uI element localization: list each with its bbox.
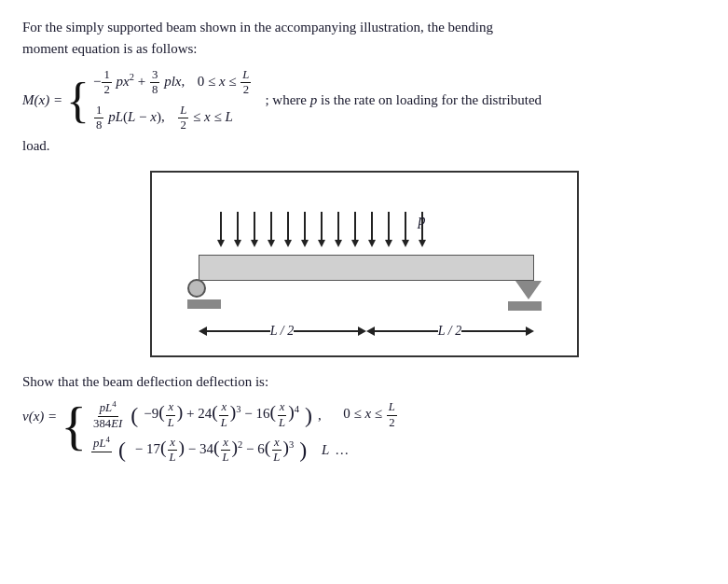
vx-case-2: pL4 ( − 17(xL) − 34(xL)2 − 6(xL)3 ) L …: [90, 435, 398, 466]
arrow-line-h-right2: [461, 330, 525, 332]
dim-label-left: L / 2: [270, 324, 294, 339]
load-arrow-1: [217, 212, 225, 247]
arrow-line-h-left2: [294, 330, 357, 332]
arrow-head-right-right: [526, 327, 534, 336]
case-row-1: −12 px2 + 38 plx, 0 ≤ x ≤ L2: [93, 68, 252, 98]
case1-condition: 0 ≤ x ≤ L2: [190, 68, 252, 98]
load-arrow-8: [335, 212, 342, 247]
support-base-right: [508, 301, 542, 311]
load-arrow-10: [368, 212, 376, 247]
vx-case-1: pL4 384EI ( −9(xL) + 24(xL)3 − 16(xL)4 )…: [90, 399, 398, 431]
vx-equation: v(x) = { pL4 384EI ( −9(xL) + 24(xL)3 − …: [22, 399, 706, 466]
vx-frac-1: pL4 384EI: [91, 399, 124, 431]
intro-paragraph: For the simply supported beam shown in t…: [22, 17, 706, 59]
cases-container: −12 px2 + 38 plx, 0 ≤ x ≤ L2 18 pL(L − x…: [93, 68, 252, 132]
p-variable: p: [310, 92, 318, 107]
vx-lparen-2: (: [118, 438, 126, 463]
vx-cond-1: 0 ≤ x ≤ L2: [337, 400, 398, 430]
show-text: Show that the beam deflection deflection…: [22, 374, 706, 390]
vx-cases: pL4 384EI ( −9(xL) + 24(xL)3 − 16(xL)4 )…: [90, 399, 398, 466]
load-arrow-9: [351, 212, 359, 247]
beam-rect: [199, 255, 534, 281]
support-triangle: [515, 281, 542, 299]
where-clause: ; ; wherewhere p is the rate on loading …: [265, 92, 542, 108]
arrow-head-left: [199, 327, 207, 336]
support-base-left: [187, 299, 221, 309]
case2-condition: L2 ≤ x ≤ L: [171, 104, 233, 133]
vx-rparen-2: ): [299, 438, 307, 463]
vx-inner-1: −9(xL) + 24(xL)3 − 16(xL)4: [144, 400, 299, 430]
support-circle: [187, 279, 206, 298]
beam-illustration: p L / 2 L / 2: [150, 171, 579, 357]
arrow-head-left-right: [366, 327, 375, 336]
mx-equation: M(x) = { −12 px2 + 38 plx, 0 ≤ x ≤ L2 18…: [22, 68, 706, 132]
dim-arrow-left: L / 2: [199, 324, 366, 339]
case2-expr: 18 pL(L − x),: [93, 104, 165, 133]
load-text: load.: [22, 138, 706, 154]
vx-lparen-1: (: [130, 404, 138, 426]
load-arrow-6: [301, 212, 309, 247]
dim-arrow-right: L / 2: [366, 324, 534, 339]
load-arrow-4: [268, 212, 275, 247]
dim-label-right: L / 2: [438, 324, 461, 339]
left-brace: {: [66, 76, 89, 125]
bottom-section: Show that the beam deflection deflection…: [22, 374, 706, 466]
load-arrow-2: [234, 212, 241, 247]
load-arrow-5: [284, 212, 292, 247]
support-right: [515, 279, 542, 311]
load-arrow-12: [402, 212, 409, 247]
case1-expr: −12 px2 + 38 plx,: [93, 68, 185, 98]
arrow-head-right-left: [358, 327, 366, 336]
arrow-line-h-right: [375, 330, 438, 332]
mx-label: M(x) =: [22, 92, 62, 108]
load-arrow-7: [318, 212, 325, 247]
p-label: p: [419, 212, 426, 229]
case-row-2: 18 pL(L − x), L2 ≤ x ≤ L: [93, 104, 252, 133]
load-arrow-11: [385, 212, 392, 247]
arrow-line-h-left: [207, 330, 270, 332]
support-left: [187, 279, 221, 309]
vx-inner-2: − 17(xL) − 34(xL)2 − 6(xL)3: [131, 436, 294, 466]
load-arrow-3: [251, 212, 258, 247]
vx-rparen-1: ): [305, 404, 312, 426]
dimension-row: L / 2 L / 2: [199, 324, 534, 339]
vx-left-brace: {: [61, 399, 87, 453]
vx-label: v(x) =: [22, 409, 57, 424]
vx-frac-2: pL4: [91, 435, 112, 466]
load-arrows: [217, 212, 426, 247]
